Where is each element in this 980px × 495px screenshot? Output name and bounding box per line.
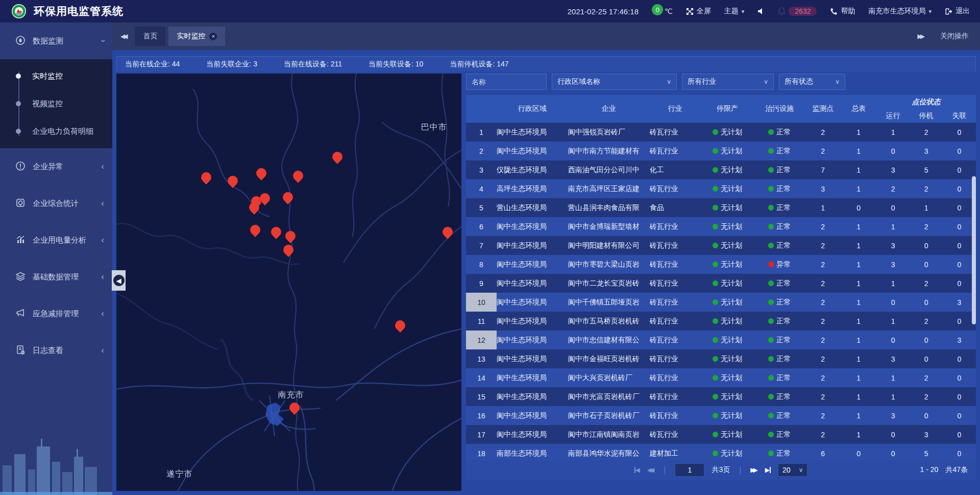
running-cell: 0	[876, 450, 910, 458]
theme-menu[interactable]: 主题 ▾	[724, 7, 745, 16]
table-row[interactable]: 13阆中生态环境局阆中市金福旺页岩机砖砖瓦行业无计划正常21300	[466, 349, 976, 368]
map-panel[interactable]: 巴中市南充市遂宁市 ◀	[116, 74, 461, 491]
table-row[interactable]: 18南部生态环境局南部县鸿华水泥有限公建材加工无计划正常60050	[466, 444, 976, 460]
industry-filter-select[interactable]: 所有行业 ∨	[682, 74, 774, 90]
tab-realtime[interactable]: 实时监控×	[168, 27, 225, 46]
table-row[interactable]: 7阆中生态环境局阆中明阳建材有限公司砖瓦行业无计划正常21300	[466, 236, 976, 255]
industry-cell: 砖瓦行业	[650, 241, 701, 250]
logout-button[interactable]: 退出	[945, 7, 970, 16]
status-dot-icon	[713, 148, 718, 154]
status-dot-icon	[768, 356, 774, 362]
column-header: 治污设施	[754, 104, 805, 113]
map-collapse-button[interactable]: ◀	[112, 270, 126, 291]
sidebar-subitem-enterprise-power-load-detail[interactable]: 企业电力负荷明细	[0, 117, 112, 145]
name-filter-input[interactable]	[466, 74, 547, 90]
sidebar-subitem-realtime-monitoring[interactable]: 实时监控	[0, 62, 112, 90]
column-header: 企业	[568, 104, 650, 113]
stop-limit-cell: 无计划	[701, 222, 754, 231]
sidebar-item-emergency-reduction[interactable]: 应急减排管理‹	[0, 295, 112, 332]
status-dot-icon	[768, 299, 774, 305]
facility-status-cell: 正常	[754, 184, 805, 194]
stop-limit-cell: 无计划	[701, 128, 754, 137]
table-row[interactable]: 2阆中生态环境局阆中市南方节能建材有砖瓦行业无计划正常21030	[466, 142, 976, 160]
table-row[interactable]: 12阆中生态环境局阆中市忠信建材有限公砖瓦行业无计划正常21003	[466, 331, 976, 349]
facility-status-cell: 正常	[754, 166, 805, 175]
bullet-icon	[16, 74, 21, 79]
status-dot-icon	[713, 413, 718, 418]
status-filter-select[interactable]: 所有状态 ∨	[779, 74, 845, 90]
help-button[interactable]: 帮助	[830, 7, 855, 16]
company-cell: 阆中强锐页岩砖厂	[568, 128, 650, 137]
stop-limit-cell: 无计划	[701, 411, 754, 420]
sidebar-item-base-data[interactable]: 基础数据管理‹	[0, 258, 112, 295]
content-area: 当前在线企业: 44当前失联企业: 3当前在线设备: 211当前失联设备: 10…	[112, 50, 980, 495]
table-row[interactable]: 11阆中生态环境局阆中市五马桥页岩机砖砖瓦行业无计划正常21120	[466, 312, 976, 331]
sidebar-item-enterprise-abnormal[interactable]: 企业异常‹	[0, 148, 112, 185]
table-row[interactable]: 3仪陇生态环境局西南油气田分公司川中化工无计划正常71350	[466, 160, 976, 179]
last-page-button[interactable]: ▶	[765, 466, 771, 474]
row-index: 6	[466, 217, 497, 236]
close-operations-button[interactable]: 关闭操作	[940, 32, 969, 41]
status-dot-icon	[768, 243, 774, 248]
table-row[interactable]: 1阆中生态环境局阆中强锐页岩砖厂砖瓦行业无计划正常21120	[466, 123, 976, 142]
table-row[interactable]: 10阆中生态环境局阆中千佛镇五郎垭页岩砖瓦行业无计划正常21003	[466, 293, 976, 312]
industry-cell: 化工	[650, 166, 701, 175]
region-filter-select[interactable]: 行政区域名称 ∨	[552, 74, 677, 90]
row-index: 10	[466, 293, 497, 312]
table-row[interactable]: 6阆中生态环境局阆中市金博瑞新型墙材砖瓦行业无计划正常21120	[466, 217, 976, 236]
table-row[interactable]: 9阆中生态环境局阆中市二龙长宝页岩砖砖瓦行业无计划正常21120	[466, 274, 976, 293]
stop-limit-cell: 无计划	[701, 430, 754, 439]
status-dot-icon	[768, 262, 774, 267]
fullscreen-icon	[686, 8, 694, 15]
table-body: 1阆中生态环境局阆中强锐页岩砖厂砖瓦行业无计划正常211202阆中生态环境局阆中…	[466, 123, 976, 460]
sound-toggle-button[interactable]	[757, 8, 765, 15]
table-scrollbar[interactable]	[972, 176, 976, 324]
region-cell: 高坪生态环境局	[497, 184, 568, 194]
table-row[interactable]: 5营山生态环境局营山县润丰肉食品有限食品无计划正常10010	[466, 198, 976, 217]
sidebar-item-enterprise-statistics[interactable]: 企业综合统计‹	[0, 185, 112, 222]
region-cell: 阆中生态环境局	[497, 411, 568, 420]
org-menu[interactable]: 南充市生态环境局 ▾	[868, 7, 932, 16]
tabs-scroll-right-button[interactable]: ▶▶	[916, 31, 927, 42]
table-row[interactable]: 14阆中生态环境局阆中大兴页岩机砖厂砖瓦行业无计划正常21120	[466, 368, 976, 387]
stopped-cell: 2	[910, 128, 943, 136]
map-city-label: 南充市	[278, 390, 304, 400]
meters-cell: 1	[841, 336, 876, 344]
sidebar-subitem-video-monitoring[interactable]: 视频监控	[0, 90, 112, 117]
close-icon[interactable]: ×	[209, 33, 217, 40]
table-row[interactable]: 8阆中生态环境局阆中市枣碧大梁山页岩砖瓦行业无计划异常21300	[466, 255, 976, 274]
status-dot-icon	[768, 148, 774, 154]
monitor-points-cell: 2	[805, 412, 841, 420]
tab-home[interactable]: 首页	[135, 27, 165, 46]
company-cell: 阆中市五马桥页岩机砖	[568, 317, 650, 326]
company-cell: 营山县润丰肉食品有限	[568, 203, 650, 213]
tabs-scroll-left-button[interactable]: ◀◀	[118, 31, 130, 42]
prev-page-button[interactable]: ◀◀	[647, 466, 654, 474]
first-page-button[interactable]: ◀	[634, 466, 640, 474]
meters-cell: 0	[841, 450, 876, 458]
running-cell: 3	[876, 166, 910, 174]
stat-item: 当前失联企业: 3	[206, 60, 257, 69]
facility-status-cell: 正常	[754, 147, 805, 156]
fullscreen-button[interactable]: 全屏	[686, 7, 711, 16]
sidebar-item-log-view[interactable]: 日志查看‹	[0, 332, 112, 369]
company-cell: 阆中市江南镇阆南页岩	[568, 430, 650, 439]
meters-cell: 1	[841, 317, 876, 325]
table-row[interactable]: 16阆中生态环境局阆中市石子页岩机砖厂砖瓦行业无计划正常21300	[466, 406, 976, 425]
row-index: 3	[466, 160, 497, 179]
tab-bar: ◀◀ 首页实时监控× ▶▶ 关闭操作	[112, 22, 980, 50]
facility-status-cell: 正常	[754, 392, 805, 402]
page-number-input[interactable]	[675, 463, 704, 477]
table-row[interactable]: 4高坪生态环境局南充市高坪区王家店建砖瓦行业无计划正常31220	[466, 179, 976, 198]
table-row[interactable]: 15阆中生态环境局阆中市光富页岩机砖厂砖瓦行业无计划正常21120	[466, 387, 976, 406]
meters-cell: 1	[841, 279, 876, 288]
header-datetime: 2021-02-25 17:46:18	[568, 7, 639, 16]
sidebar-item-data-monitoring[interactable]: 数据监测‹	[0, 22, 112, 59]
table-row[interactable]: 17阆中生态环境局阆中市江南镇阆南页岩砖瓦行业无计划正常21030	[466, 425, 976, 444]
status-dot-icon	[768, 451, 774, 456]
page-size-select[interactable]: 20 ∨	[778, 463, 807, 477]
next-page-button[interactable]: ▶▶	[750, 466, 757, 474]
sidebar-item-electricity-analysis[interactable]: 企业用电量分析‹	[0, 222, 112, 258]
notification-indicator[interactable]: 2632	[778, 7, 817, 16]
offline-cell: 0	[943, 242, 976, 250]
